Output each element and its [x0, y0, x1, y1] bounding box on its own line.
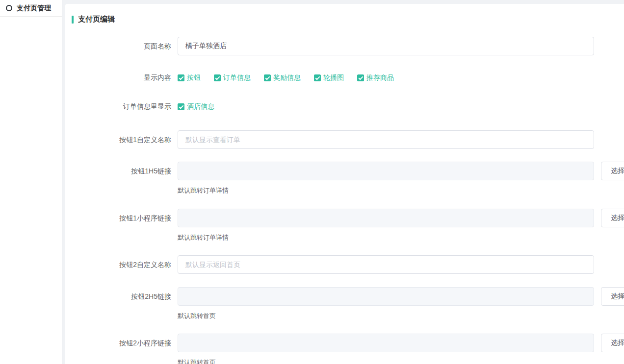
- btn2-name-label: 按钮2自定义名称: [65, 255, 178, 274]
- btn1-miniprogram-link-line: 选择: [178, 209, 624, 227]
- form-row-page-name: 页面名称: [65, 37, 624, 55]
- btn1-miniprogram-link-input: [178, 209, 594, 227]
- display-content-label: 显示内容: [65, 73, 178, 82]
- checkbox-checked-icon: [357, 74, 364, 81]
- order-info-display-label: 订单信息里显示: [65, 101, 178, 111]
- btn2-h5-link-hint: 默认跳转首页: [178, 312, 624, 320]
- checkbox-checked-icon: [264, 74, 271, 81]
- form-row-btn2-h5-link: 按钮2H5链接 选择 默认跳转首页: [65, 287, 624, 320]
- btn2-miniprogram-link-line: 选择: [178, 334, 624, 352]
- circle-icon: [6, 5, 12, 11]
- checkbox-checked-icon: [178, 103, 184, 110]
- btn1-name-input[interactable]: [178, 130, 594, 149]
- btn1-miniprogram-link-control: 选择 默认跳转订单详情: [178, 209, 624, 242]
- order-info-display-checkbox-group: 酒店信息: [178, 101, 228, 111]
- section-title: 支付页编辑: [65, 4, 624, 24]
- btn1-h5-link-line: 选择: [178, 162, 624, 180]
- form-row-btn1-h5-link: 按钮1H5链接 选择 默认跳转订单详情: [65, 162, 624, 194]
- btn1-name-label: 按钮1自定义名称: [65, 130, 178, 149]
- checkbox-order-info[interactable]: 订单信息: [214, 73, 251, 82]
- btn2-miniprogram-select-button[interactable]: 选择: [601, 334, 624, 352]
- display-content-checkbox-group: 按钮 订单信息 奖励信息 轮播图 推荐商品: [178, 73, 407, 82]
- btn1-h5-select-button[interactable]: 选择: [601, 162, 624, 180]
- form-row-order-info-display: 订单信息里显示 酒店信息: [65, 101, 624, 111]
- form-row-btn1-miniprogram-link: 按钮1小程序链接 选择 默认跳转订单详情: [65, 209, 624, 242]
- btn2-h5-link-input: [178, 287, 594, 306]
- payment-page-form: 页面名称 显示内容 按钮 订单信息 奖励信息: [65, 37, 624, 364]
- page-name-input[interactable]: [178, 37, 594, 55]
- sidebar-item-label: 支付页管理: [17, 4, 51, 13]
- btn2-h5-link-control: 选择 默认跳转首页: [178, 287, 624, 320]
- btn2-miniprogram-link-input: [178, 334, 594, 352]
- btn1-miniprogram-link-hint: 默认跳转订单详情: [178, 234, 624, 242]
- btn2-miniprogram-link-control: 选择 默认跳转首页: [178, 334, 624, 364]
- checkbox-carousel[interactable]: 轮播图: [314, 73, 344, 82]
- checkbox-hotel-info[interactable]: 酒店信息: [178, 102, 214, 111]
- form-row-btn1-name: 按钮1自定义名称: [65, 130, 624, 149]
- btn2-name-input[interactable]: [178, 255, 594, 274]
- sidebar: 支付页管理: [0, 0, 62, 364]
- btn1-miniprogram-select-button[interactable]: 选择: [601, 209, 624, 227]
- form-row-btn2-name: 按钮2自定义名称: [65, 255, 624, 274]
- checkbox-checked-icon: [178, 74, 184, 81]
- btn1-h5-link-hint: 默认跳转订单详情: [178, 187, 624, 194]
- section-title-text: 支付页编辑: [78, 15, 115, 24]
- title-accent-bar: [72, 16, 74, 24]
- form-row-btn2-miniprogram-link: 按钮2小程序链接 选择 默认跳转首页: [65, 334, 624, 364]
- checkbox-checked-icon: [214, 74, 221, 81]
- form-row-display-content: 显示内容 按钮 订单信息 奖励信息 轮播图: [65, 73, 624, 82]
- btn2-h5-select-button[interactable]: 选择: [601, 287, 624, 306]
- btn2-h5-link-line: 选择: [178, 287, 624, 306]
- checkbox-reward-info[interactable]: 奖励信息: [264, 73, 301, 82]
- btn1-h5-link-input: [178, 162, 594, 180]
- checkbox-checked-icon: [314, 74, 321, 81]
- checkbox-recommended-products[interactable]: 推荐商品: [357, 73, 394, 82]
- btn2-miniprogram-link-hint: 默认跳转首页: [178, 359, 624, 364]
- payment-page-edit-card: 支付页编辑 页面名称 显示内容 按钮 订单信息 奖励信息: [65, 4, 624, 364]
- btn1-h5-link-control: 选择 默认跳转订单详情: [178, 162, 624, 194]
- btn2-h5-link-label: 按钮2H5链接: [65, 287, 178, 306]
- sidebar-item-payment-page-management[interactable]: 支付页管理: [0, 0, 62, 17]
- checkbox-button[interactable]: 按钮: [178, 73, 201, 82]
- btn2-miniprogram-link-label: 按钮2小程序链接: [65, 334, 178, 352]
- btn1-miniprogram-link-label: 按钮1小程序链接: [65, 209, 178, 227]
- btn1-h5-link-label: 按钮1H5链接: [65, 162, 178, 180]
- page-name-label: 页面名称: [65, 37, 178, 55]
